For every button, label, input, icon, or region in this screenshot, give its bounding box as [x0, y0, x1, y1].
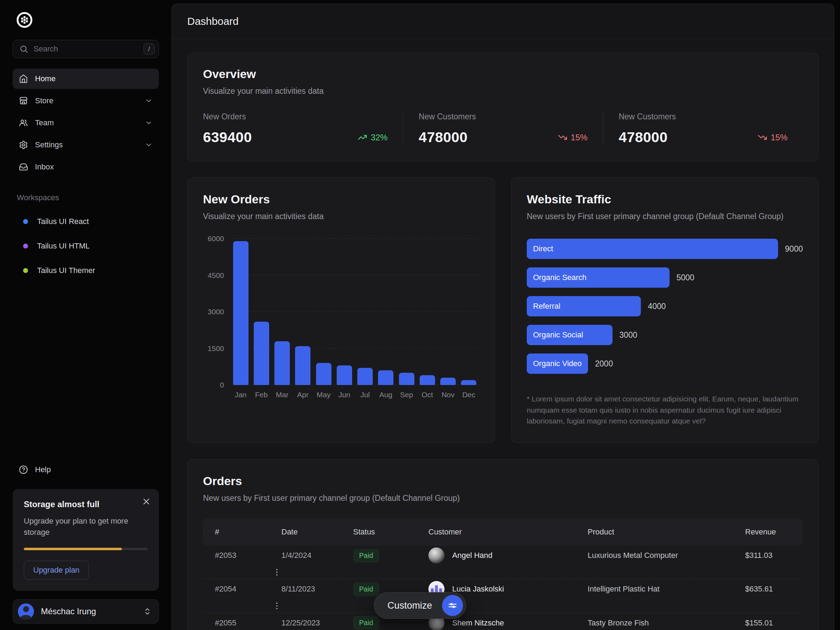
search-shortcut-key: / [144, 43, 155, 55]
stat-value: 478000 [418, 129, 467, 145]
order-id: #2054 [215, 584, 281, 594]
traffic-bar-label: Direct [533, 244, 553, 253]
stat-trend: 32% [358, 133, 387, 142]
order-status-cell: Paid [353, 549, 428, 562]
page-title: Dashboard [187, 16, 239, 27]
home-icon [19, 74, 28, 83]
column-header--: # [215, 527, 281, 537]
workspace-label: Tailus UI Themer [37, 266, 95, 275]
workspace-dot [23, 268, 28, 273]
workspace-item-tailus-ui-html[interactable]: Tailus UI HTML [13, 236, 159, 256]
customize-button[interactable]: Customize [374, 592, 466, 619]
traffic-bar-value: 9000 [785, 244, 803, 254]
upgrade-plan-button[interactable]: Upgrade plan [24, 561, 89, 579]
row-menu-button[interactable] [272, 601, 281, 610]
website-traffic-card: Website Traffic New users by First user … [511, 177, 819, 443]
customer-name: Angel Hand [452, 551, 493, 560]
sidebar-bottom: Help Storage almost full Upgrade your pl… [13, 459, 159, 624]
column-header-revenue: Revenue [745, 527, 777, 537]
y-axis-tick-label: 4500 [208, 271, 224, 279]
x-axis-tick-label: Sep [396, 391, 417, 399]
new-orders-chart-subtitle: Visualize your main activities data [203, 212, 479, 221]
y-axis-tick-label: 6000 [208, 235, 224, 243]
bar-column-aug [376, 239, 396, 385]
orders-table-header: #DateStatusCustomerProductRevenue [203, 518, 803, 546]
main-content: Overview Visualize your main activities … [172, 39, 834, 630]
stat-new-orders: New Orders63940032% [203, 112, 403, 145]
orders-table-body: #20531/4/2024PaidAngel HandLuxurious Met… [203, 546, 803, 630]
app-logo[interactable] [16, 11, 33, 28]
workspace-item-tailus-ui-themer[interactable]: Tailus UI Themer [13, 261, 159, 281]
column-header-date: Date [281, 527, 353, 537]
bar-dec [461, 380, 476, 385]
x-axis-tick-label: Jul [355, 391, 376, 399]
close-icon[interactable] [141, 497, 151, 507]
website-traffic-title: Website Traffic [527, 193, 803, 206]
sidebar-item-store[interactable]: Store [13, 91, 159, 111]
x-axis-tick-label: Aug [376, 391, 396, 399]
trend-value: 15% [571, 133, 587, 142]
search-input[interactable] [33, 44, 138, 54]
chevron-down-icon [145, 119, 153, 127]
x-axis-tick-label: Apr [293, 391, 313, 399]
order-product: Tasty Bronze Fish [587, 619, 745, 628]
sidebar-item-help[interactable]: Help [13, 459, 159, 480]
column-header-customer: Customer [428, 527, 587, 537]
main-header: Dashboard [172, 4, 834, 39]
workspace-dot [23, 219, 28, 224]
sidebar-item-home[interactable]: Home [13, 69, 159, 89]
storage-alert-card: Storage almost full Upgrade your plan to… [13, 489, 159, 591]
customer-name: Shem Nitzsche [452, 619, 504, 628]
traffic-row-direct: Direct9000 [527, 239, 803, 259]
sidebar-item-label: Inbox [35, 163, 54, 172]
workspace-item-tailus-ui-react[interactable]: Tailus UI React [13, 212, 159, 232]
stat-label: New Customers [418, 112, 587, 122]
main-panel: Dashboard Overview Visualize your main a… [172, 3, 834, 630]
bar-feb [254, 322, 269, 385]
team-icon [19, 118, 28, 127]
order-product: Luxurious Metal Computer [587, 551, 745, 560]
store-icon [19, 96, 28, 105]
bar-jan [233, 241, 248, 385]
sidebar-item-team[interactable]: Team [13, 113, 159, 133]
bar-nov [440, 377, 456, 385]
x-axis-tick-label: Feb [251, 391, 272, 399]
bar-oct [420, 375, 435, 385]
row-menu-button[interactable] [272, 568, 281, 577]
traffic-footnote: * Lorem ipsum dolor sit amet consectetur… [527, 393, 803, 427]
help-label: Help [35, 465, 51, 474]
traffic-bar-value: 5000 [677, 273, 695, 283]
overview-title: Overview [203, 67, 803, 81]
stat-row: 47800015% [619, 129, 788, 145]
chevrons-up-down-icon [143, 607, 152, 616]
trend-value: 32% [371, 133, 387, 142]
y-axis-tick-label: 0 [220, 381, 224, 389]
customer-name: Lucia Jaskolski [452, 584, 504, 594]
inbox-icon [19, 163, 28, 172]
new-orders-chart-title: New Orders [203, 193, 479, 206]
traffic-bar-organic-social: Organic Social [527, 325, 613, 345]
user-menu[interactable]: Méschac Irung [13, 599, 159, 624]
bar-column-mar [272, 239, 293, 385]
stat-new-customers: New Customers47800015% [403, 112, 603, 145]
traffic-row-referral: Referral4000 [527, 296, 803, 316]
stat-value: 478000 [619, 129, 668, 145]
sidebar-item-settings[interactable]: Settings [13, 135, 159, 155]
table-row: #205512/25/2023PaidShem NitzscheTasty Br… [203, 613, 803, 630]
order-date: 1/4/2024 [281, 551, 353, 560]
traffic-bar-value: 3000 [619, 330, 637, 340]
status-badge: Paid [353, 549, 379, 562]
workspace-label: Tailus UI HTML [37, 242, 90, 251]
workspace-dot [23, 243, 28, 248]
bar-jul [357, 368, 373, 385]
sidebar-item-inbox[interactable]: Inbox [13, 157, 159, 177]
bar-column-apr [293, 239, 313, 385]
logo-row [13, 9, 159, 31]
bar-column-jan [230, 239, 251, 385]
traffic-bar-list: Direct9000Organic Search5000Referral4000… [527, 239, 803, 374]
stat-trend: 15% [558, 133, 587, 142]
storage-description: Upgrade your plan to get more storage [24, 516, 143, 538]
charts-row: New Orders Visualize your main activitie… [187, 177, 819, 443]
bar-column-dec [458, 239, 479, 385]
traffic-bar-label: Referral [533, 302, 561, 311]
